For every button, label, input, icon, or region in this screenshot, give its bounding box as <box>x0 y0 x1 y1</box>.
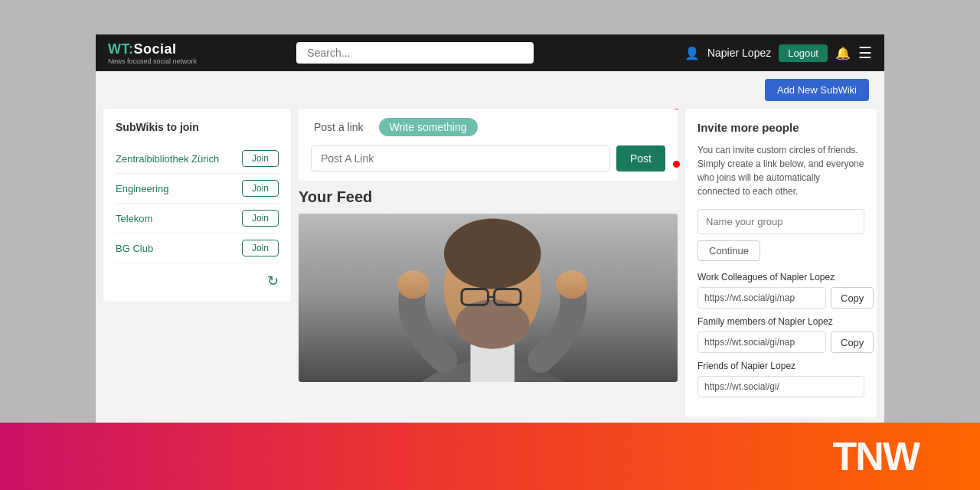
refresh-icon[interactable]: ↻ <box>116 273 279 289</box>
list-item: Engineering Join <box>116 174 279 204</box>
feed-title: Your Feed <box>299 188 678 206</box>
tab-post-link[interactable]: Post a link <box>311 119 367 135</box>
tab-write-something[interactable]: Write something <box>379 118 478 136</box>
svg-point-10 <box>556 270 587 299</box>
search-input[interactable] <box>296 42 534 64</box>
subwiki-name-2[interactable]: Telekom <box>116 213 152 224</box>
top-action-bar: Add New SubWiki <box>96 71 884 109</box>
invite-description: You can invite custom circles of friends… <box>697 143 864 198</box>
invite-group-label-1: Family members of Napier Lopez <box>697 316 864 327</box>
invite-link-row-2 <box>697 376 864 397</box>
feed-image <box>299 214 678 382</box>
subwiki-name-1[interactable]: Engineering <box>116 183 168 194</box>
continue-button[interactable]: Continue <box>697 240 760 261</box>
subwiki-name-3[interactable]: BG Club <box>116 243 153 254</box>
group-name-input[interactable] <box>697 209 864 234</box>
add-subwiki-button[interactable]: Add New SubWiki <box>765 79 869 101</box>
invite-link-row-0: Copy <box>697 287 864 309</box>
subwikis-title: SubWikis to join <box>116 121 279 133</box>
logo: WT:Social News focused social network <box>108 41 207 65</box>
join-button-0[interactable]: Join <box>242 150 279 167</box>
logo-social: Social <box>133 41 176 57</box>
invite-link-input-0[interactable] <box>697 287 826 309</box>
svg-point-5 <box>456 299 530 348</box>
post-button[interactable]: Post <box>616 145 665 172</box>
svg-point-9 <box>397 270 429 299</box>
logo-subtitle: News focused social network <box>108 57 207 65</box>
navbar: WT:Social News focused social network 👤 … <box>96 34 884 71</box>
subwiki-name-0[interactable]: Zentralbibliothek Zürich <box>116 153 219 165</box>
copy-button-1[interactable]: Copy <box>831 332 874 353</box>
username: Napier Lopez <box>707 47 771 59</box>
composer-input-row: Post <box>311 145 665 172</box>
bell-icon[interactable]: 🔔 <box>835 46 851 60</box>
list-item: Zentralbibliothek Zürich Join <box>116 144 279 174</box>
sidebar-left: SubWikis to join Zentralbibliothek Züric… <box>103 109 291 302</box>
invite-title: Invite more people <box>697 121 864 134</box>
bottom-overlay: TNW <box>0 423 980 490</box>
post-link-input[interactable] <box>311 145 610 172</box>
list-item: BG Club Join <box>116 234 279 263</box>
list-item: Telekom Join <box>116 204 279 234</box>
invite-group-label-2: Friends of Napier Lopez <box>697 361 864 371</box>
invite-link-input-2[interactable] <box>697 376 864 397</box>
feed-image-svg <box>299 214 678 382</box>
logo-title: WT:Social <box>108 41 207 57</box>
logout-button[interactable]: Logout <box>779 44 828 62</box>
post-composer: Post a link Write something Post <box>299 109 678 181</box>
join-button-2[interactable]: Join <box>242 210 279 227</box>
search-bar[interactable] <box>296 42 534 64</box>
invite-link-input-1[interactable] <box>697 332 826 353</box>
logo-wt: WT: <box>108 41 133 57</box>
svg-point-4 <box>444 218 541 289</box>
join-button-3[interactable]: Join <box>242 240 279 256</box>
user-icon: 👤 <box>684 46 700 60</box>
dot-indicator-middle <box>673 161 680 168</box>
sidebar-right: Invite more people You can invite custom… <box>685 109 877 417</box>
tnw-logo: TNW <box>833 433 919 479</box>
composer-tabs: Post a link Write something <box>311 118 665 136</box>
copy-button-0[interactable]: Copy <box>831 287 874 309</box>
feed-image-content <box>299 214 678 382</box>
invite-link-row-1: Copy <box>697 332 864 353</box>
invite-group-label-0: Work Colleagues of Napier Lopez <box>697 272 864 283</box>
menu-icon[interactable]: ☰ <box>858 44 872 62</box>
join-button-1[interactable]: Join <box>242 180 279 197</box>
nav-right: 👤 Napier Lopez Logout 🔔 ☰ <box>684 44 872 62</box>
